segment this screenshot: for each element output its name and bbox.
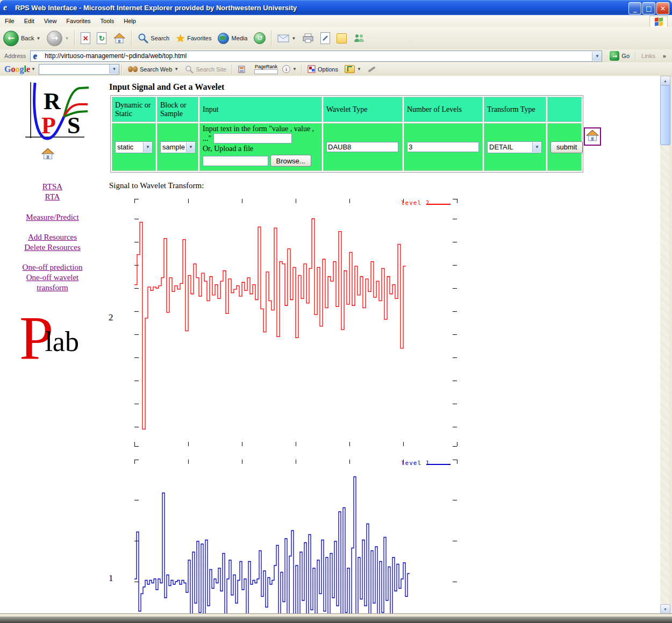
google-dropdown-icon[interactable]: ▼ [31,67,35,71]
toolbar-separator [232,65,233,74]
menu-help[interactable]: Help [119,17,141,25]
title-bar[interactable]: e RPS Web Interface - Microsoft Internet… [0,0,672,15]
menu-edit[interactable]: Edit [19,17,39,25]
toolbar-separator [74,30,75,46]
ie-logo-icon: e [3,3,13,12]
stop-icon: ✕ [81,32,90,44]
go-arrow-icon: → [610,51,619,61]
wavelet-charts [0,76,660,613]
chart1-legend-label: level 2 [401,199,430,206]
back-dropdown-icon[interactable]: ▼ [36,36,40,41]
search-site-icon [185,65,194,74]
chart1-y-axis-label: 2 [109,312,113,323]
address-label: Address [4,53,26,59]
mail-button[interactable]: ▼ [274,33,299,44]
back-button[interactable]: ← Back ▼ [0,29,44,48]
address-bar: Address e http://virtuoso-management/~pd… [0,49,672,63]
messenger-button[interactable] [350,32,368,45]
search-web-label: Search Web [140,66,172,73]
google-search-input[interactable]: ▼ [39,64,119,75]
menu-view[interactable]: View [39,17,62,25]
toolbar-separator [635,51,636,61]
discuss-button[interactable] [333,32,350,45]
print-icon [302,33,314,43]
favorites-star-icon: ★ [176,32,185,45]
back-icon: ← [3,31,19,46]
maximize-button[interactable]: □ [642,2,655,15]
media-label: Media [231,35,247,41]
back-label: Back [21,35,34,41]
minimize-button[interactable]: _ [628,2,641,15]
ie-window: { "window": { "title": "RPS Web Interfac… [0,0,672,623]
media-button[interactable]: Media [215,31,251,46]
highlighter-icon [368,66,376,73]
window-bottom-border [0,617,672,623]
toolbar-separator [121,65,123,74]
refresh-button[interactable]: ↻ [94,31,110,46]
edit-icon [320,32,330,44]
search-label: Search [151,35,169,41]
toolbar-separator [301,65,302,74]
go-label: Go [621,53,630,59]
page-info-icon[interactable]: i [282,65,290,73]
stop-button[interactable]: ✕ [77,31,94,46]
forward-icon: → [47,31,62,46]
home-button[interactable] [110,31,129,46]
search-site-button: Search Site [182,63,230,75]
browser-viewport: R P S RTSA RTA Measure/Predict Add Resou… [0,76,660,613]
edit-button[interactable] [317,31,333,46]
refresh-icon: ↻ [97,32,106,44]
forward-dropdown-icon: ▼ [65,36,69,41]
news-button[interactable] [235,63,250,75]
links-label[interactable]: Links [641,53,655,59]
search-button[interactable]: Search [134,31,173,45]
media-icon [218,33,229,44]
window-title: RPS Web Interface - Microsoft Internet E… [15,4,297,12]
search-web-button[interactable]: Search Web ▼ [125,65,182,74]
forward-button[interactable]: → ▼ [44,29,72,48]
options-icon [308,65,316,73]
search-web-dropdown-icon[interactable]: ▼ [174,67,178,71]
menu-tools[interactable]: Tools [96,17,119,25]
address-dropdown-icon[interactable]: ▼ [592,52,602,61]
options-button[interactable]: Options [304,63,341,75]
up-folder-button[interactable]: ▼ [341,63,364,75]
menu-file[interactable]: File [0,17,19,25]
favorites-label: Favorites [187,35,211,41]
chart2-legend-label: level 1 [401,460,430,467]
vertical-scrollbar[interactable]: ▲ ▼ [660,76,669,613]
address-input[interactable]: e http://virtuoso-management/~pdinda/web… [30,51,602,62]
discuss-icon [337,33,347,44]
home-icon [113,32,126,44]
links-chevron-icon[interactable]: » [663,53,666,59]
close-button[interactable]: ✕ [656,2,669,15]
chart2-y-axis-label: 1 [109,573,113,584]
google-search-dropdown-icon[interactable]: ▼ [109,65,119,74]
menu-bar: File Edit View Favorites Tools Help [0,15,672,27]
google-toolbar: Google ▼ ▼ Search Web ▼ Search Site Page… [0,62,672,76]
history-button[interactable]: ↺ [251,31,269,46]
info-dropdown-icon[interactable]: ▼ [292,67,297,71]
toolbar-separator [271,30,272,46]
messenger-icon [353,33,365,43]
search-icon [138,33,148,44]
windows-flag-icon [649,16,668,27]
pagerank-widget[interactable]: PageRank [254,65,278,74]
print-button[interactable] [299,32,317,45]
mail-dropdown-icon[interactable]: ▼ [291,36,296,41]
news-icon [238,65,247,74]
search-site-label: Search Site [196,66,226,73]
toolbar-separator [131,30,132,46]
mail-icon [277,34,289,42]
page-ie-icon: e [33,51,42,61]
go-button[interactable]: → Go [606,49,633,62]
scrollbar-thumb[interactable] [660,85,670,145]
pagerank-meter [254,69,278,74]
google-logo[interactable]: Google [4,65,30,74]
favorites-button[interactable]: ★ Favorites [173,31,215,46]
standard-buttons-toolbar: ← Back ▼ → ▼ ✕ ↻ Search ★ Favorites Medi… [0,27,672,50]
highlighter-button[interactable] [364,67,379,72]
folder-dropdown-icon[interactable]: ▼ [357,67,361,71]
folder-up-icon [345,65,355,73]
menu-favorites[interactable]: Favorites [61,17,95,25]
